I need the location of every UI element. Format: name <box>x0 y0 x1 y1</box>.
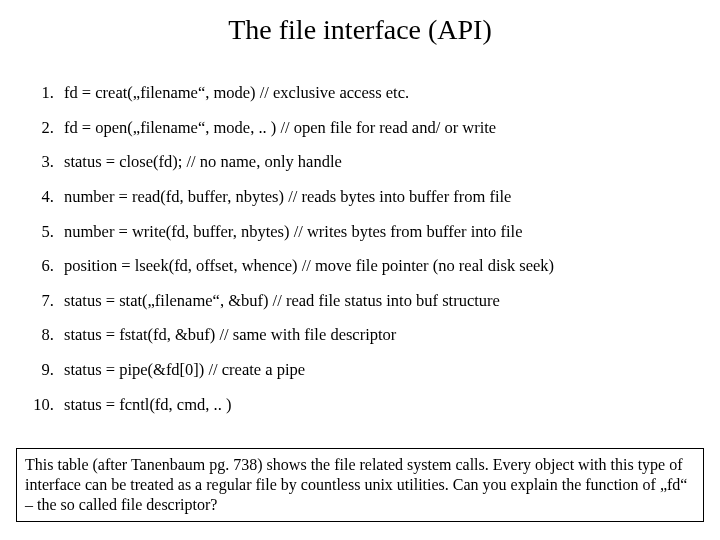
list-item-text: status = close(fd); // no name, only han… <box>64 152 342 171</box>
list-item-text: number = read(fd, buffer, nbytes) // rea… <box>64 187 511 206</box>
footnote-box: This table (after Tanenbaum pg. 738) sho… <box>16 448 704 522</box>
list-item-text: status = stat(„filename“, &buf) // read … <box>64 291 500 310</box>
list-item: fd = open(„filename“, mode, .. ) // open… <box>58 111 698 146</box>
list-item-text: number = write(fd, buffer, nbytes) // wr… <box>64 222 522 241</box>
list-item: status = close(fd); // no name, only han… <box>58 145 698 180</box>
list-item-text: status = fcntl(fd, cmd, .. ) <box>64 395 231 414</box>
page-title: The file interface (API) <box>22 14 698 46</box>
list-item-text: fd = open(„filename“, mode, .. ) // open… <box>64 118 496 137</box>
list-item: position = lseek(fd, offset, whence) // … <box>58 249 698 284</box>
api-list: fd = creat(„filename“, mode) // exclusiv… <box>30 76 698 422</box>
list-item-text: position = lseek(fd, offset, whence) // … <box>64 256 554 275</box>
page: The file interface (API) fd = creat(„fil… <box>0 0 720 540</box>
list-item-text: status = pipe(&fd[0]) // create a pipe <box>64 360 305 379</box>
list-item-text: fd = creat(„filename“, mode) // exclusiv… <box>64 83 409 102</box>
list-item: number = write(fd, buffer, nbytes) // wr… <box>58 215 698 250</box>
footnote-text: This table (after Tanenbaum pg. 738) sho… <box>25 456 687 513</box>
list-item: number = read(fd, buffer, nbytes) // rea… <box>58 180 698 215</box>
list-item: status = stat(„filename“, &buf) // read … <box>58 284 698 319</box>
list-item: status = pipe(&fd[0]) // create a pipe <box>58 353 698 388</box>
list-item: fd = creat(„filename“, mode) // exclusiv… <box>58 76 698 111</box>
list-item: status = fcntl(fd, cmd, .. ) <box>58 388 698 423</box>
list-item: status = fstat(fd, &buf) // same with fi… <box>58 318 698 353</box>
list-item-text: status = fstat(fd, &buf) // same with fi… <box>64 325 396 344</box>
